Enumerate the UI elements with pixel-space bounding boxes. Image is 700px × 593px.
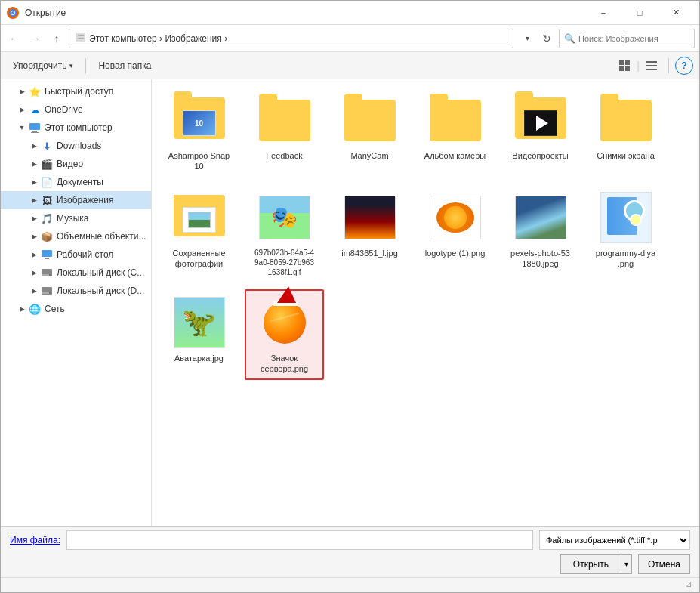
desktop-icon [40, 248, 54, 261]
sidebar-item-images[interactable]: ▶ 🖼 Изображения [1, 191, 151, 209]
file-icon [599, 93, 653, 147]
file-icon [172, 190, 227, 245]
file-item-avatarka[interactable]: 🦖 Аватарка.jpg [159, 289, 239, 381]
toolbar-separator [85, 58, 86, 73]
file-icon [343, 93, 397, 147]
search-icon: 🔍 [564, 33, 575, 44]
back-button[interactable]: ← [5, 29, 23, 48]
toolbar: Упорядочить ▾ Новая папка | [1, 52, 699, 79]
file-item-pexels[interactable]: pexels-photo-53 1880.jpeg [501, 184, 580, 283]
open-dialog-window: Открытие − □ ✕ ← → ↑ Этот компьютер › Из… [0, 0, 700, 593]
svg-rect-17 [42, 250, 52, 257]
file-icon [513, 190, 568, 245]
svg-rect-9 [619, 66, 624, 71]
network-icon: 🌐 [28, 302, 42, 316]
cancel-button[interactable]: Отмена [638, 554, 690, 574]
sidebar-item-this-pc[interactable]: ▼ Этот компьютер [1, 119, 151, 137]
up-button[interactable]: ↑ [48, 29, 66, 48]
sidebar-item-quick-access[interactable]: ▶ ⭐ Быстрый доступ [1, 82, 151, 100]
address-field[interactable]: Этот компьютер › Изображения › [69, 29, 513, 48]
expand-arrow: ▶ [28, 176, 40, 188]
open-button[interactable]: Открыть [560, 554, 621, 574]
file-item-album-camera[interactable]: Альбом камеры [415, 87, 495, 178]
title-bar: Открытие − □ ✕ [1, 1, 699, 25]
svg-rect-8 [625, 60, 630, 65]
filename-label: Имя файла: [10, 535, 60, 545]
address-bar: ← → ↑ Этот компьютер › Изображения › ▾ ↻… [1, 25, 699, 52]
view-list-button[interactable] [641, 55, 662, 76]
new-folder-button[interactable]: Новая папка [92, 55, 157, 76]
help-button[interactable]: ? [675, 57, 693, 75]
file-item-feedback[interactable]: Feedback [245, 87, 324, 178]
svg-rect-5 [78, 35, 84, 36]
organize-button[interactable]: Упорядочить ▾ [7, 55, 79, 76]
sidebar-item-desktop[interactable]: ▶ Рабочий стол [1, 246, 151, 264]
files-grid: 10 Ashampoo Snap 10 Feedback [159, 87, 692, 380]
svg-rect-12 [646, 65, 657, 66]
filename-row: Имя файла: Файлы изображений (*.tiff;*.p [10, 530, 690, 550]
file-item-saved-photos[interactable]: Сохраненные фотографии [159, 184, 239, 283]
file-item-manycam[interactable]: ManyCam [330, 87, 409, 178]
file-name: Ashampoo Snap 10 [168, 150, 230, 172]
file-icon [257, 93, 312, 147]
view-icons-button[interactable] [614, 55, 635, 76]
svg-rect-14 [29, 123, 40, 130]
minimize-button[interactable]: − [586, 2, 621, 24]
file-item-697b[interactable]: 🎭 697b023b-64a5-4 9a0-8059-27b963 1638f1… [245, 184, 324, 283]
resize-handle[interactable]: ⊿ [686, 580, 696, 591]
address-path: Этот компьютер › Изображения › [89, 33, 227, 44]
svg-point-3 [11, 11, 14, 14]
search-input[interactable] [578, 34, 689, 43]
downloads-icon: ⬇ [40, 139, 54, 153]
file-name: 697b023b-64a5-4 9a0-8059-27b963 1638f1.g… [254, 248, 314, 277]
refresh-button[interactable]: ↻ [538, 29, 556, 48]
file-name: Сохраненные фотографии [172, 248, 225, 270]
address-dropdown-button[interactable]: ▾ [520, 29, 535, 48]
file-name: logotype (1).png [425, 248, 486, 258]
sidebar-item-3d-objects[interactable]: ▶ 📦 Объемные объекти... [1, 227, 151, 246]
view-buttons: | [614, 55, 662, 76]
sidebar-item-video[interactable]: ▶ 🎬 Видео [1, 155, 151, 173]
disk-c-icon [40, 266, 54, 280]
file-item-ashampoo[interactable]: 10 Ashampoo Snap 10 [159, 87, 239, 178]
file-item-programmy[interactable]: programmy-dlya .png [586, 184, 665, 283]
file-item-logotype[interactable]: logotype (1).png [415, 184, 495, 283]
file-icon [428, 190, 483, 245]
video-icon: 🎬 [40, 157, 54, 171]
expand-arrow: ▶ [28, 285, 40, 297]
sidebar-item-network[interactable]: ▶ 🌐 Сеть [1, 300, 151, 318]
search-box[interactable]: 🔍 [559, 29, 695, 48]
images-icon: 🖼 [40, 193, 54, 207]
filename-input[interactable] [66, 530, 533, 550]
forward-button[interactable]: → [26, 29, 45, 48]
file-item-screenshots[interactable]: Снимки экрана [586, 87, 665, 178]
file-item-znachok[interactable]: Значок сервера.png [245, 289, 324, 381]
sidebar: ▶ ⭐ Быстрый доступ ▶ ☁ OneDrive ▼ [1, 79, 152, 526]
file-item-im843651[interactable]: im843651_l.jpg [330, 184, 409, 283]
svg-rect-6 [78, 38, 84, 39]
filetype-dropdown[interactable]: Файлы изображений (*.tiff;*.p [539, 530, 690, 550]
this-pc-icon [28, 121, 42, 134]
maximize-button[interactable]: □ [622, 2, 657, 24]
open-dropdown-arrow[interactable]: ▾ [621, 554, 632, 574]
file-name: ManyCam [350, 150, 388, 161]
svg-point-24 [49, 292, 51, 294]
svg-rect-15 [32, 131, 37, 132]
svg-rect-11 [646, 61, 657, 63]
onedrive-icon: ☁ [28, 103, 42, 116]
sidebar-item-documents[interactable]: ▶ 📄 Документы [1, 173, 151, 191]
sidebar-item-onedrive[interactable]: ▶ ☁ OneDrive [1, 100, 151, 119]
status-bar: ⊿ [1, 577, 699, 592]
file-item-videoprojects[interactable]: Видеопроекты [501, 87, 580, 178]
sidebar-item-music[interactable]: ▶ 🎵 Музыка [1, 209, 151, 227]
svg-point-21 [49, 274, 51, 276]
expand-arrow: ▶ [28, 194, 40, 206]
sidebar-item-downloads[interactable]: ▶ ⬇ Downloads [1, 137, 151, 155]
sidebar-item-local-c[interactable]: ▶ Локальный диск (С... [1, 264, 151, 282]
expand-arrow: ▶ [28, 267, 40, 279]
window-title: Открытие [25, 8, 586, 18]
close-button[interactable]: ✕ [658, 2, 693, 24]
expand-arrow: ▶ [28, 212, 40, 224]
file-area[interactable]: 10 Ashampoo Snap 10 Feedback [152, 79, 699, 526]
sidebar-item-local-d[interactable]: ▶ Локальный диск (D... [1, 282, 151, 300]
